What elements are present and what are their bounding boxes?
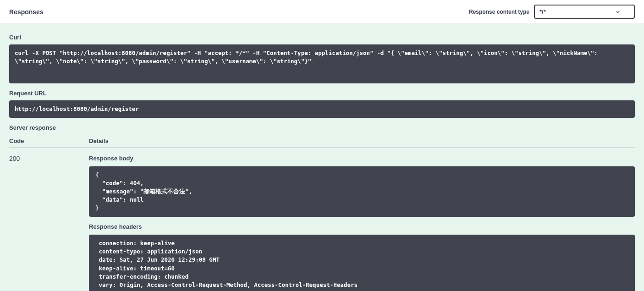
content-type-select[interactable]: */* <box>534 5 635 19</box>
responses-title: Responses <box>9 8 44 16</box>
response-body-label: Response body <box>89 155 635 162</box>
response-body-block[interactable]: { "code": 404, "message": "邮箱格式不合法", "da… <box>89 166 635 217</box>
response-table-row: 200 Response body { "code": 404, "messag… <box>9 148 635 291</box>
response-table-header: Code Details <box>9 135 635 148</box>
response-headers-label: Response headers <box>89 223 635 230</box>
request-url-label: Request URL <box>9 90 635 97</box>
content-type-wrap: Response content type */* <box>469 5 635 19</box>
curl-block[interactable]: curl -X POST "http://localhost:8080/admi… <box>9 44 635 83</box>
status-code: 200 <box>9 154 89 291</box>
response-headers-block[interactable]: connection: keep-alive content-type: app… <box>89 235 635 291</box>
col-code-header: Code <box>9 137 89 144</box>
request-url-block[interactable]: http://localhost:8080/admin/register <box>9 100 635 118</box>
col-details-header: Details <box>89 137 635 144</box>
chevron-down-icon <box>616 10 620 14</box>
responses-header: Responses Response content type */* <box>0 0 644 24</box>
content-type-value: */* <box>539 8 546 15</box>
details-column: Response body { "code": 404, "message": … <box>89 154 635 291</box>
responses-body-section: Curl curl -X POST "http://localhost:8080… <box>0 24 644 291</box>
server-response-label: Server response <box>9 124 635 131</box>
curl-label: Curl <box>9 34 635 41</box>
content-type-label: Response content type <box>469 9 529 15</box>
